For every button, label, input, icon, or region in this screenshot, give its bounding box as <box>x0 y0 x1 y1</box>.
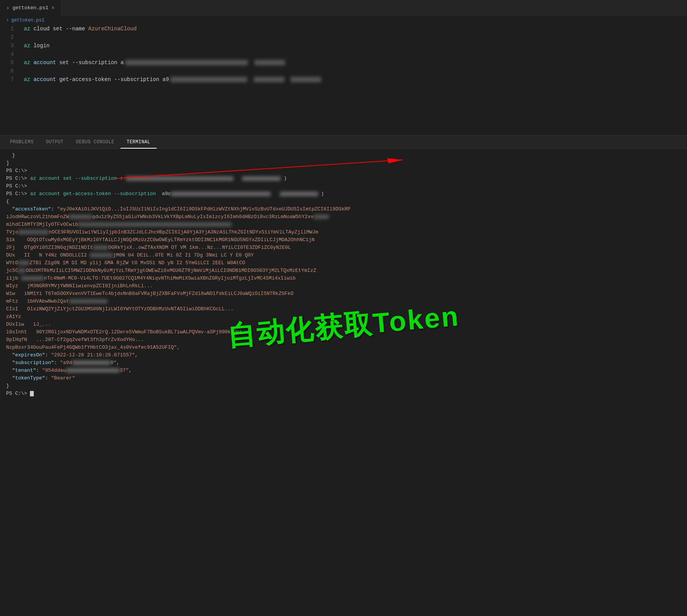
redacted-3 <box>170 77 247 82</box>
term-line: PS C:\> <box>6 167 681 175</box>
redacted-4 <box>254 77 284 82</box>
line-numbers: 1 2 3 4 5 6 7 <box>0 25 20 128</box>
terminal-content[interactable]: 自动化获取Token } ] PS C:\> PS C:\> az accoun… <box>0 149 687 616</box>
tab-bar: › gettoken.ps1 × <box>0 0 687 16</box>
term-line: "subscription": "a9d0", <box>6 359 681 367</box>
code-line-2 <box>24 33 683 41</box>
code-line-4 <box>24 50 683 58</box>
term-line: "tenant": "954ddau37", <box>6 367 681 374</box>
term-line: PS C:\> <box>6 182 681 190</box>
term-line: } <box>6 152 681 159</box>
redacted-2 <box>254 60 285 65</box>
tab-close-button[interactable]: × <box>51 5 54 11</box>
editor-area: › gettoken.ps1 1 2 3 4 5 6 7 az cloud se… <box>0 16 687 135</box>
breadcrumb-label: gettoken.ps1 <box>11 18 44 23</box>
tab-terminal[interactable]: TERMINAL <box>121 136 157 149</box>
powershell-icon: › <box>6 5 9 11</box>
term-line: NzpBsxr34OouPau4FePj4GQWb1fYHbtCO3jax_4s… <box>6 344 681 351</box>
tab-problems[interactable]: PROBLEMS <box>4 136 40 149</box>
breadcrumb-icon: › <box>6 18 9 23</box>
tab-output[interactable]: OUTPUT <box>40 136 70 149</box>
redacted-5 <box>291 77 321 82</box>
code-lines: az cloud set --name AzureChinaCloud az l… <box>20 25 687 128</box>
term-line: TVjonOCE9FRUVOIiwiYW1lyIjpbInB3ZCJdLCJhc… <box>6 229 681 236</box>
tab-label: gettoken.ps1 <box>12 5 48 11</box>
panel: PROBLEMS OUTPUT DEBUG CONSOLE TERMINAL 自… <box>0 135 687 616</box>
term-line: "tokenType": "Bearer" <box>6 374 681 382</box>
term-line: i1jb nTc4NmM-MC0-Vi4LTO:7UEt0G027CQ1M4Y4… <box>6 275 681 282</box>
term-line: jc5CODU3MTRkMzIiLCI5MWZlODNkNy0zMjYzLTRm… <box>6 267 681 275</box>
code-container: 1 2 3 4 5 6 7 az cloud set --name AzureC… <box>0 25 687 128</box>
term-line: } <box>6 382 681 390</box>
redacted-1 <box>125 60 248 65</box>
term-line: PS C:\> <box>6 390 681 397</box>
term-line: ] <box>6 159 681 167</box>
code-line-5: az account set --subscription a <box>24 58 683 67</box>
term-line: mlhdCI6MTY3MjIyOTFvOCwib <box>6 221 681 229</box>
panel-tabs: PROBLEMS OUTPUT DEBUG CONSOLE TERMINAL <box>0 136 687 149</box>
term-line: "accessToken": "eyJ0eXAiOiJKV1QiO...IoIJ… <box>6 205 681 213</box>
code-line-1: az cloud set --name AzureChinaCloud <box>24 25 683 33</box>
term-line: { <box>6 198 681 205</box>
term-line: DUx II N Y4Nz ONDOLLCI2 jM0N 04 DE1L..0T… <box>6 252 681 259</box>
breadcrumb: › gettoken.ps1 <box>0 16 687 25</box>
term-line: WIyz jM3NGRRYMVjYWNNIiwienvpZCI0IjniBhLn… <box>6 282 681 290</box>
code-line-7: az account get-access-token --subscripti… <box>24 75 683 84</box>
term-line: WYtOZTBl Z1g0N 1M DI MD y1ij GMA RjZW tO… <box>6 259 681 267</box>
term-line: W1w iNM1Yi T6Tm5OOXVxenVVT1EweTc4bjdxNnB… <box>6 290 681 298</box>
term-line: S1k ODQtOTcwMy0xMGEyYjBkMzI0YTAiLCJjNGQ4… <box>6 236 681 244</box>
term-line: mFtz 1bHVAbwNwb2Qat <box>6 298 681 305</box>
tab-debug-console[interactable]: DEBUG CONSOLE <box>70 136 121 149</box>
code-line-3: az login <box>24 41 683 50</box>
term-line: iJodHRwczoVL21hbmFnZWqdu1z9yZS5jaGluYWNs… <box>6 213 681 221</box>
code-line-6 <box>24 67 683 75</box>
term-line: 2Fj OTg0Yi05ZI3NGqjNDZlNDItOGRkYjxX..owZ… <box>6 244 681 252</box>
tab-gettoken[interactable]: › gettoken.ps1 × <box>0 0 61 16</box>
term-line: "expiresOn": "2022-12-28 21:10:28.071557… <box>6 351 681 359</box>
term-line: PS C:\> az account set --subscription : … <box>6 175 681 182</box>
term-line: PS C:\> az account get-access-token --su… <box>6 190 681 198</box>
